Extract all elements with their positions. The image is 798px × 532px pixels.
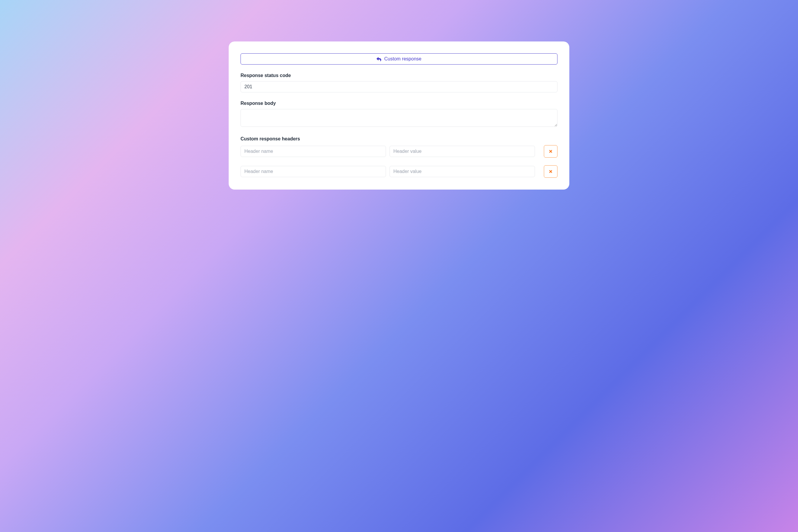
response-config-card: Custom response Response status code Res… xyxy=(229,41,569,190)
header-row xyxy=(241,165,557,178)
headers-group: Custom response headers xyxy=(241,136,557,178)
header-name-input[interactable] xyxy=(241,166,386,177)
status-code-group: Response status code xyxy=(241,73,557,92)
delete-header-button[interactable] xyxy=(544,145,557,157)
response-body-textarea[interactable] xyxy=(241,109,557,127)
response-body-group: Response body xyxy=(241,101,557,128)
reply-icon xyxy=(377,57,381,61)
header-value-input[interactable] xyxy=(390,166,535,177)
close-icon xyxy=(549,169,553,174)
headers-label: Custom response headers xyxy=(241,136,557,141)
status-code-label: Response status code xyxy=(241,73,557,78)
delete-header-button[interactable] xyxy=(544,165,557,178)
custom-response-button[interactable]: Custom response xyxy=(241,53,557,64)
response-body-label: Response body xyxy=(241,101,557,106)
status-code-input[interactable] xyxy=(241,81,557,92)
header-name-input[interactable] xyxy=(241,146,386,157)
header-row xyxy=(241,145,557,157)
custom-response-label: Custom response xyxy=(384,56,421,62)
close-icon xyxy=(549,149,553,153)
header-value-input[interactable] xyxy=(390,146,535,157)
